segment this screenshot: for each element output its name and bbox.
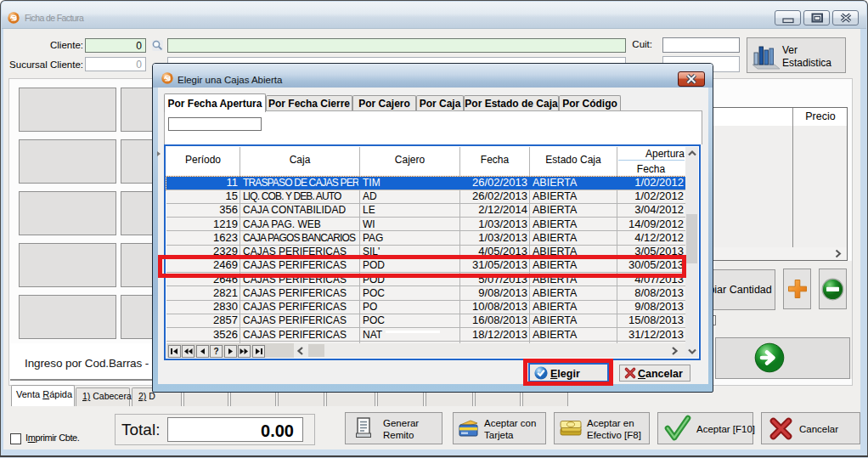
svg-text:?: ?: [214, 347, 219, 356]
